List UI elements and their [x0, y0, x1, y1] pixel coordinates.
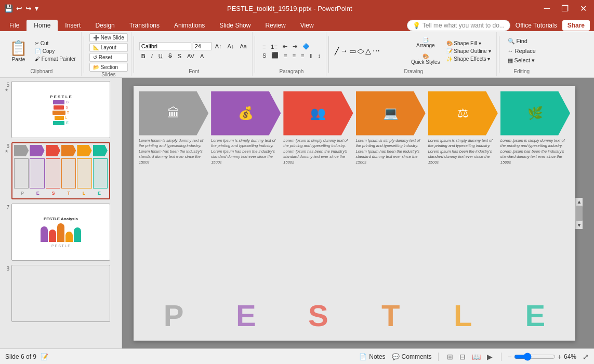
slide-thumb-6[interactable]: 6 ★ — [2, 141, 120, 200]
notes-label: Notes — [369, 353, 385, 360]
fit-button[interactable]: ⤢ — [583, 353, 589, 361]
text-shadow-button[interactable]: S — [260, 51, 268, 59]
slide-view[interactable]: 🏛 💰 👥 — [122, 78, 594, 348]
char-spacing-button[interactable]: AV — [185, 52, 196, 60]
share-button[interactable]: Share — [562, 20, 590, 31]
shape-line[interactable]: ╱ — [334, 46, 339, 56]
tab-view[interactable]: View — [293, 20, 321, 31]
layout-label: Layout — [101, 45, 116, 50]
select-button[interactable]: ▦ Select ▾ — [505, 56, 539, 65]
justify-button[interactable]: ≡ — [299, 51, 306, 59]
shape-triangle[interactable]: △ — [365, 46, 372, 56]
font-decrease-button[interactable]: A↓ — [226, 43, 236, 50]
decrease-indent-button[interactable]: ⇤ — [281, 43, 289, 50]
slide-thumb-7[interactable]: 7 ★ PESTLE Analysis P E S T L E — [2, 203, 120, 262]
font-name-input[interactable] — [139, 42, 191, 50]
bullets-button[interactable]: ≡ — [260, 43, 268, 50]
shape-outline-button[interactable]: 📝 Shape Outline ▾ — [444, 48, 493, 55]
scroll-down-button[interactable]: ▼ — [576, 221, 583, 229]
shape-effects-button[interactable]: ✨ Shape Effects ▾ — [444, 56, 493, 62]
slideshow-button[interactable]: ▶ — [485, 352, 495, 362]
close-button[interactable]: ✕ — [577, 4, 590, 14]
shape-more[interactable]: ⋯ — [372, 46, 380, 56]
font-color-button[interactable]: A — [198, 52, 206, 60]
scroll-thumb[interactable] — [576, 206, 583, 221]
zoom-out-button[interactable]: − — [508, 353, 512, 361]
tell-me-box[interactable]: 💡 Tell me what you want to do... — [407, 20, 510, 31]
text-row: Lorem Ipsum is simply dummy text of the … — [139, 138, 570, 166]
cut-button[interactable]: ✂ Cut — [33, 40, 78, 47]
align-center-button[interactable]: ≡ — [282, 51, 289, 59]
shape-oval[interactable]: ⬭ — [357, 46, 364, 56]
zoom-in-button[interactable]: + — [558, 353, 562, 361]
shape-fill-button[interactable]: 🎨 Shape Fill ▾ — [444, 40, 493, 47]
bold-button[interactable]: B — [139, 52, 148, 60]
tab-home[interactable]: Home — [27, 20, 58, 31]
increase-indent-button[interactable]: ⇥ — [291, 43, 299, 50]
undo-icon[interactable]: ↩ — [16, 4, 22, 12]
slide-num-6: 6 — [3, 142, 9, 149]
section-button[interactable]: 📂 Section — [89, 63, 128, 72]
office-tutorials-label: Office Tutorials — [516, 22, 557, 29]
quick-styles-button[interactable]: 🎨 Quick Styles — [408, 51, 443, 67]
align-right-button[interactable]: ≡ — [291, 51, 298, 59]
vertical-scrollbar[interactable]: ▲ ▼ — [575, 198, 583, 229]
strikethrough-button[interactable]: S̶ — [166, 52, 174, 60]
shape-rect[interactable]: ▭ — [349, 46, 357, 56]
font-size-input[interactable] — [193, 42, 212, 50]
arrange-button[interactable]: 📑 Arrange — [408, 35, 443, 50]
find-button[interactable]: 🔍 Find — [505, 37, 539, 46]
quick-styles-label: Quick Styles — [411, 59, 440, 65]
restore-button[interactable]: ❐ — [558, 4, 572, 14]
scroll-up-button[interactable]: ▲ — [576, 198, 583, 206]
columns-button[interactable]: ⫿ — [308, 51, 315, 59]
font-increase-button[interactable]: A↑ — [213, 43, 224, 50]
italic-button[interactable]: I — [149, 52, 155, 60]
tab-slideshow[interactable]: Slide Show — [212, 20, 258, 31]
minimize-button[interactable]: ─ — [541, 4, 553, 14]
line-spacing-button[interactable]: ↕ — [316, 51, 323, 59]
tab-file[interactable]: File — [2, 20, 27, 31]
slide-thumb-8[interactable]: 8 ★ — [2, 264, 120, 323]
tab-design[interactable]: Design — [88, 20, 122, 31]
slide-sorter-button[interactable]: ⊟ — [457, 352, 468, 362]
lightbulb-icon: 💡 — [413, 22, 420, 29]
align-left-button[interactable]: ⬛ — [269, 51, 281, 59]
new-slide-button[interactable]: ➕ New Slide — [89, 33, 128, 42]
customize-qat-icon[interactable]: ▾ — [35, 4, 38, 12]
shadow-button[interactable]: S — [176, 52, 183, 60]
copy-button[interactable]: 📄 Copy — [33, 48, 78, 55]
slide-thumb-5[interactable]: 5 ★ P E S T L E B S T — [2, 80, 120, 139]
layout-button[interactable]: 📐 Layout — [89, 43, 128, 52]
zoom-slider[interactable] — [514, 353, 556, 361]
smart-art-button[interactable]: 🔷 — [300, 43, 312, 50]
layout-icon: 📐 — [93, 45, 99, 50]
letter-s-box: S — [283, 298, 353, 333]
tell-me-text[interactable]: Tell me what you want to do... — [423, 22, 505, 29]
tab-review[interactable]: Review — [258, 20, 293, 31]
numbering-button[interactable]: 1≡ — [269, 43, 280, 50]
tab-animations[interactable]: Animations — [167, 20, 212, 31]
col-l: ⚖ — [428, 91, 498, 136]
clear-formatting-button[interactable]: Aa — [237, 43, 248, 50]
replace-button[interactable]: ↔ Replace — [505, 47, 539, 55]
comments-button[interactable]: 💬 Comments — [392, 353, 432, 360]
text-s: Lorem Ipsum is simply dummy text of the … — [283, 138, 353, 166]
redo-icon[interactable]: ↪ — [25, 4, 32, 12]
office-tutorials-button[interactable]: Office Tutorials — [516, 22, 557, 29]
reset-button[interactable]: ↺ Reset — [89, 53, 128, 62]
save-icon[interactable]: 💾 — [4, 4, 13, 12]
reading-view-button[interactable]: 📖 — [470, 352, 483, 362]
divider-2 — [134, 36, 134, 73]
format-painter-button[interactable]: 🖌 Format Painter — [33, 56, 78, 62]
scroll-track[interactable] — [576, 206, 583, 221]
underline-button[interactable]: U — [156, 52, 165, 60]
shape-arrow[interactable]: → — [340, 46, 348, 56]
tab-insert[interactable]: Insert — [58, 20, 88, 31]
paste-button[interactable]: 📋 Paste — [5, 37, 32, 64]
tab-transitions[interactable]: Transitions — [122, 20, 167, 31]
normal-view-button[interactable]: ⊞ — [445, 352, 455, 362]
notes-button[interactable]: 📄 Notes — [359, 353, 385, 360]
section-icon: 📂 — [93, 64, 99, 70]
section-label: Section — [101, 64, 118, 70]
